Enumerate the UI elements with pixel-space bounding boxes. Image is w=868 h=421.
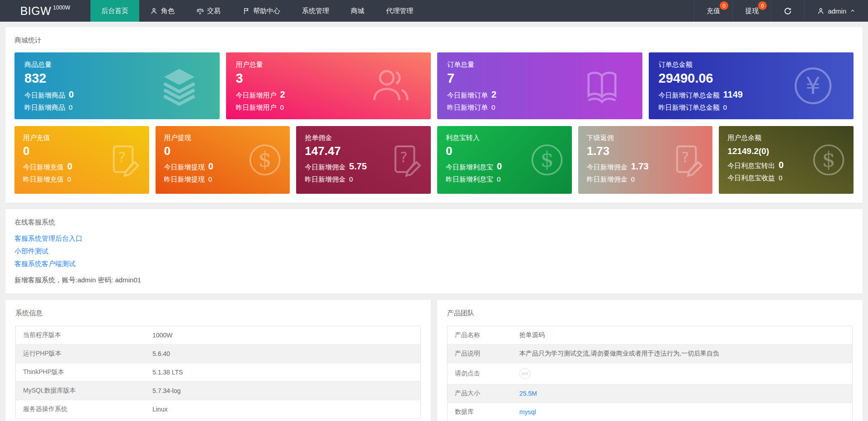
stat-line-label: 今日新增商品 [24,91,65,100]
nav-label: 系统管理 [302,7,329,15]
top-navbar: BIGW 1000W 后台首页 角色 交易 帮助中心 系统管理 商城 代理管理 [0,0,868,22]
stat-line-label: 今日新增充值 [23,163,64,172]
nav-item-home[interactable]: 后台首页 [90,0,139,22]
404-badge[interactable]: 404 [519,368,530,379]
flag-icon [242,7,250,15]
stat-line-label: 昨日新增用户 [236,103,277,112]
scales-icon [196,7,204,15]
table-row: 数据库 mysql [448,403,853,421]
main-menu: 后台首页 角色 交易 帮助中心 系统管理 商城 代理管理 [90,0,424,22]
stat-line-value: 0 [280,103,284,111]
nav-label: 后台首页 [101,7,128,15]
table-row: 服务器操作系统 Linux [16,400,421,419]
stat-line-label: 昨日新增利息宝 [446,175,493,184]
row-label: 产品说明 [448,345,512,363]
nav-item-agent-manage[interactable]: 代理管理 [375,0,424,22]
nav-item-roles[interactable]: 角色 [139,0,185,22]
stat-line-value: 0 [497,175,500,183]
recharge-button[interactable]: 充值 0 [694,0,732,22]
row-value: 抢单源码 [512,326,853,345]
service-links: 客服系统管理后台入口 小部件测试 客服系统客户端测试 [14,232,854,270]
nav-item-trade[interactable]: 交易 [185,0,231,22]
table-row: 产品说明 本产品只为学习测试交流,请勿要做商业或者用于违法行为,一切后果自负 [448,345,853,363]
stat-line-value: 0 [69,89,74,100]
stat-line-value: 0 [778,160,783,170]
widget-test-link[interactable]: 小部件测试 [14,245,854,257]
row-label: 产品名称 [448,326,512,345]
stat-line-value: 0 [67,175,71,183]
stat-line-label: 昨日新增提现 [164,175,205,184]
table-row: 产品名称 抢单源码 [448,326,853,345]
big-stat-cards: 商品总量 832 今日新增商品0 昨日新增商品0 用户总量 3 今日新增用户2 … [14,52,854,119]
nav-label: 商城 [351,7,364,15]
panel-title: 系统信息 [15,309,421,318]
stat-line-label: 昨日新增订单总金额 [659,103,720,112]
row-label: 产品大小 [448,384,512,403]
card-order-total: 订单总量 7 今日新增订单2 昨日新增订单0 [437,52,642,119]
stat-line-value: 2 [280,89,285,100]
row-label: 数据库 [448,403,512,421]
product-size-link[interactable]: 25.5M [519,390,537,397]
customer-service-panel: 在线客服系统 客服系统管理后台入口 小部件测试 客服系统客户端测试 新增客服系统… [5,209,863,294]
stat-line-value: 2 [491,89,496,100]
refresh-button[interactable] [771,0,804,22]
username: admin [828,7,846,15]
table-row: ThinkPHP版本 5.1.38 LTS [16,363,421,382]
panel-title: 商城统计 [14,36,854,45]
nav-item-mall[interactable]: 商城 [340,0,375,22]
bottom-panels: 系统信息 当前程序版本 1000W 运行PHP版本 5.6.40 ThinkPH… [5,300,863,421]
dollar-circle-icon [247,142,283,178]
nav-item-system-manage[interactable]: 系统管理 [291,0,340,22]
nav-label: 交易 [207,7,221,15]
stat-line-value: 0 [723,103,727,111]
stat-line-label: 昨日新增商品 [24,103,65,112]
doc-edit-icon [388,142,424,178]
stat-title: 下级返佣 [587,134,704,142]
stat-line-label: 昨日新增佣金 [587,175,627,184]
recharge-label: 充值 [707,7,720,15]
nav-label: 帮助中心 [253,7,280,15]
row-value: 本产品只为学习测试交流,请勿要做商业或者用于违法行为,一切后果自负 [512,345,853,363]
product-team-panel: 产品团队 产品名称 抢单源码 产品说明 本产品只为学习测试交流,请勿要做商业或者… [437,300,863,421]
row-label: 服务器操作系统 [16,400,146,419]
row-value: 5.7.34-log [145,382,420,400]
stat-line-label: 昨日新增佣金 [305,175,345,184]
row-label: 运行PHP版本 [16,345,146,363]
stat-line-label: 今日新增用户 [236,91,277,100]
row-label: MySQL数据库版本 [16,382,146,400]
table-row: 请勿点击 404 [448,363,853,384]
withdraw-button[interactable]: 提现 0 [732,0,771,22]
table-row: 产品大小 25.5M [448,384,853,403]
user-menu[interactable]: admin [804,0,868,22]
database-link[interactable]: mysql [519,408,536,416]
stat-line-value: 1149 [723,89,743,100]
stat-line-value: 1.73 [631,161,649,172]
user-icon [817,7,825,15]
table-row: MySQL数据库版本 5.7.34-log [16,382,421,400]
stat-line-value: 0 [208,161,213,172]
brand-version: 1000W [53,5,70,11]
card-user-total: 用户总量 3 今日新增用户2 昨日新增用户0 [226,52,431,119]
stat-line-value: 0 [349,175,353,183]
nav-label: 代理管理 [386,7,413,15]
card-grab-commission: 抢单佣金 147.47 今日新增佣金5.75 昨日新增佣金0 [296,126,431,194]
card-order-amount: 订单总金额 29490.06 今日新增订单总金额1149 昨日新增订单总金额0 [649,52,854,119]
stat-title: 用户充值 [23,134,141,142]
service-admin-link[interactable]: 客服系统管理后台入口 [14,232,854,245]
service-client-test-link[interactable]: 客服系统客户端测试 [14,257,854,270]
row-value: Linux [145,400,420,419]
stat-line-label: 今日新增提现 [164,163,205,172]
small-stat-cards: 用户充值 0 今日新增充值0 昨日新增充值0 用户提现 0 今日新增提现0 昨日… [14,126,854,194]
stat-title: 利息宝转入 [446,134,563,142]
stat-title: 用户提现 [164,134,282,142]
dollar-circle-icon [529,142,565,178]
nav-item-help-center[interactable]: 帮助中心 [231,0,291,22]
row-value: 5.6.40 [145,345,420,363]
stat-line-value: 0 [67,161,72,172]
dollar-circle-icon [811,142,847,178]
doc-edit-icon [106,142,142,178]
product-team-table: 产品名称 抢单源码 产品说明 本产品只为学习测试交流,请勿要做商业或者用于违法行… [447,326,853,421]
row-label: ThinkPHP版本 [16,363,146,382]
service-account-note: 新增客服系统，账号:admin 密码: admin01 [14,276,854,285]
row-value: 5.1.38 LTS [145,363,420,382]
